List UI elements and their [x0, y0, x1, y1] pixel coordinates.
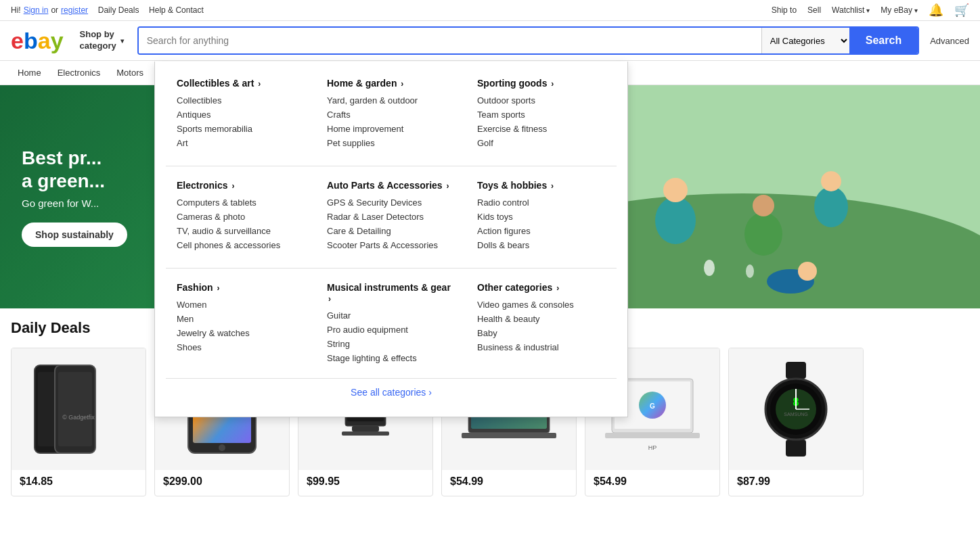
other-categories-title[interactable]: Other categories › [477, 282, 606, 293]
search-input[interactable] [139, 28, 761, 53]
electronics-title[interactable]: Electronics › [177, 180, 305, 191]
cart-icon[interactable]: 🛒 [954, 3, 969, 18]
dropdown-panel: Collectibles & art › Collectibles Antiqu… [154, 62, 628, 417]
toys-hobbies-title[interactable]: Toys & hobbies › [477, 180, 606, 191]
dropdown-section-other: Other categories › Video games & console… [466, 277, 617, 373]
golf-item[interactable]: Golf [477, 138, 606, 148]
deal-image-wrapper-6: 8 SAMSUNG [729, 348, 863, 470]
sell-toplink[interactable]: Sell [807, 5, 821, 15]
see-all-categories-link[interactable]: See all categories › [351, 387, 432, 398]
dropdown-section-musical: Musical instruments & gear › Guitar Pro … [316, 277, 466, 373]
signin-link[interactable]: Sign in [24, 5, 49, 15]
cell-phones-item[interactable]: Cell phones & accessories [177, 240, 305, 250]
register-link[interactable]: register [61, 5, 88, 15]
auto-parts-title[interactable]: Auto Parts & Accessories › [327, 180, 455, 191]
dolls-bears-item[interactable]: Dolls & bears [477, 240, 606, 250]
deal-card-6[interactable]: 8 SAMSUNG $87.99 [728, 348, 864, 496]
gps-security-item[interactable]: GPS & Security Devices [327, 197, 455, 208]
ebay-logo[interactable]: ebay [11, 28, 64, 54]
deal-price-6: $87.99 [729, 470, 863, 496]
or-text: or [51, 5, 58, 15]
yard-garden-item[interactable]: Yard, garden & outdoor [327, 95, 455, 106]
kids-toys-item[interactable]: Kids toys [477, 212, 606, 222]
string-item[interactable]: String [327, 339, 455, 349]
business-industrial-item[interactable]: Business & industrial [477, 342, 606, 352]
action-figures-item[interactable]: Action figures [477, 226, 606, 236]
health-beauty-item[interactable]: Health & beauty [477, 314, 606, 324]
guitar-item[interactable]: Guitar [327, 310, 455, 321]
svg-text:© Gadgetfix: © Gadgetfix [62, 414, 95, 421]
musical-instruments-title[interactable]: Musical instruments & gear › [327, 282, 455, 304]
topbar-right: Ship to Sell Watchlist ▾ My eBay ▾ 🔔 🛒 [772, 3, 969, 18]
collectibles-arrow-icon: › [258, 79, 261, 89]
pro-audio-item[interactable]: Pro audio equipment [327, 325, 455, 335]
svg-text:HP: HP [648, 444, 657, 451]
hero-title: Best pr...a green... [22, 147, 168, 192]
sports-memorabilia-item[interactable]: Sports memorabilia [177, 124, 305, 134]
svg-text:SAMSUNG: SAMSUNG [784, 412, 807, 417]
collectibles-item[interactable]: Collectibles [177, 95, 305, 106]
shoes-item[interactable]: Shoes [177, 342, 305, 352]
svg-rect-29 [462, 433, 556, 438]
svg-point-2 [655, 197, 696, 244]
my-ebay-link[interactable]: My eBay ▾ [881, 5, 918, 15]
svg-text:G: G [650, 402, 655, 410]
outdoor-sports-item[interactable]: Outdoor sports [477, 95, 606, 106]
team-sports-item[interactable]: Team sports [477, 110, 606, 120]
men-item[interactable]: Men [177, 314, 305, 324]
exercise-fitness-item[interactable]: Exercise & fitness [477, 124, 606, 134]
jewelry-watches-item[interactable]: Jewelry & watches [177, 328, 305, 338]
other-categories-arrow-icon: › [556, 283, 559, 293]
antiques-item[interactable]: Antiques [177, 110, 305, 120]
shop-sustainably-button[interactable]: Shop sustainably [22, 223, 127, 247]
sporting-goods-title[interactable]: Sporting goods › [477, 78, 606, 89]
deal-image-wrapper-1: © Gadgetfix [12, 348, 146, 470]
daily-deals-toplink[interactable]: Daily Deals [98, 5, 139, 15]
fashion-arrow-icon: › [217, 283, 220, 293]
dropdown-section-electronics: Electronics › Computers & tablets Camera… [166, 174, 316, 260]
video-games-item[interactable]: Video games & consoles [477, 300, 606, 310]
svg-rect-24 [342, 431, 389, 436]
collectibles-art-title[interactable]: Collectibles & art › [177, 78, 305, 89]
computers-tablets-item[interactable]: Computers & tablets [177, 197, 305, 208]
svg-rect-15 [58, 372, 92, 446]
svg-point-5 [753, 195, 774, 216]
pet-supplies-item[interactable]: Pet supplies [327, 138, 455, 148]
nav-electronics[interactable]: Electronics [51, 64, 108, 82]
nav-motors[interactable]: Motors [110, 64, 150, 82]
notification-bell-icon[interactable]: 🔔 [929, 3, 943, 18]
search-button[interactable]: Search [849, 28, 918, 53]
stage-lighting-item[interactable]: Stage lighting & effects [327, 353, 455, 363]
fashion-title[interactable]: Fashion › [177, 282, 305, 293]
my-ebay-arrow-icon: ▾ [914, 7, 918, 14]
art-item[interactable]: Art [177, 138, 305, 148]
care-detailing-item[interactable]: Care & Detailing [327, 226, 455, 236]
dropdown-columns: Collectibles & art › Collectibles Antiqu… [166, 72, 617, 373]
help-contact-link[interactable]: Help & Contact [149, 5, 204, 15]
auto-parts-arrow-icon: › [447, 181, 449, 191]
crafts-item[interactable]: Crafts [327, 110, 455, 120]
watch-svg: 8 SAMSUNG [745, 358, 847, 460]
divider-1 [166, 158, 617, 174]
svg-point-20 [219, 444, 225, 451]
svg-point-9 [746, 264, 754, 278]
deal-card-1[interactable]: © Gadgetfix $14.85 [11, 348, 146, 496]
radio-control-item[interactable]: Radio control [477, 197, 606, 208]
home-improvement-item[interactable]: Home improvement [327, 124, 455, 134]
topbar: Hi! Sign in or register Daily Deals Help… [0, 0, 980, 21]
home-garden-title[interactable]: Home & garden › [327, 78, 455, 89]
watchlist-link[interactable]: Watchlist ▾ [832, 5, 870, 15]
baby-item[interactable]: Baby [477, 328, 606, 338]
nav-home[interactable]: Home [11, 64, 48, 82]
tv-audio-item[interactable]: TV, audio & surveillance [177, 226, 305, 236]
scooter-parts-item[interactable]: Scooter Parts & Accessories [327, 240, 455, 250]
advanced-search-link[interactable]: Advanced [930, 36, 969, 46]
svg-point-11 [798, 262, 817, 281]
women-item[interactable]: Women [177, 300, 305, 310]
cameras-photo-item[interactable]: Cameras & photo [177, 212, 305, 222]
radar-laser-item[interactable]: Radar & Laser Detectors [327, 212, 455, 222]
ship-to-label: Ship to [772, 5, 797, 15]
deal-price-4: $54.99 [442, 470, 576, 496]
category-select[interactable]: All Categories [761, 28, 849, 53]
shop-by-category-button[interactable]: Shop bycategory ▾ [74, 26, 129, 55]
